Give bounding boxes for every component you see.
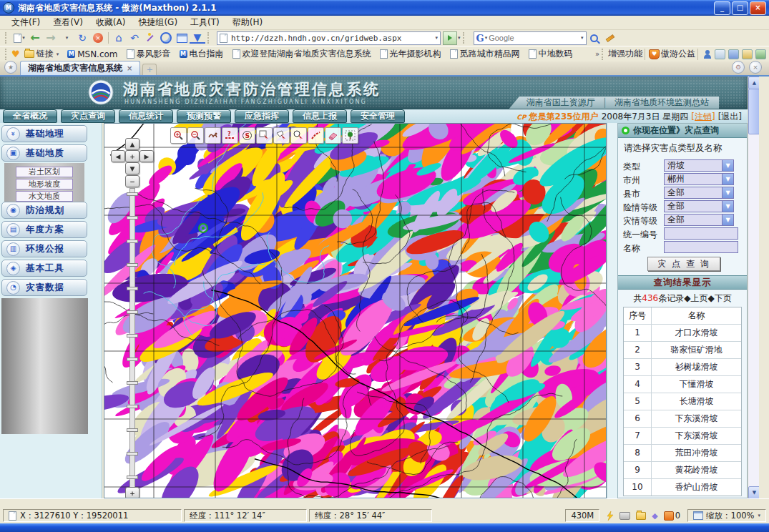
pan-center-button[interactable]: + [125, 150, 139, 162]
link-item[interactable]: 光年摄影机构 [376, 48, 446, 60]
nav-tab-disaster-query[interactable]: 灾点查询 [61, 109, 115, 123]
zoom-slider-tick[interactable] [127, 428, 138, 432]
home-icon[interactable]: ⌂ [111, 31, 127, 45]
new-tab-button[interactable]: + [142, 64, 157, 75]
go-dropdown-icon[interactable]: ▾ [458, 35, 461, 41]
zoom-control[interactable]: 缩放：100% ▾ [687, 509, 766, 522]
result-row[interactable]: 1才口水滑坡 [624, 325, 741, 342]
menu-tools[interactable]: 工具(T) [185, 15, 225, 30]
zoom-slider-plus-button[interactable]: + [125, 487, 139, 498]
window-tool-icon[interactable] [715, 49, 725, 59]
submenu-terrain-slope[interactable]: 地形坡度 [16, 179, 73, 189]
zoom-slider-track[interactable] [129, 188, 135, 496]
unified-id-input[interactable] [664, 227, 738, 240]
zoom-slider-tick[interactable] [127, 476, 138, 479]
sidebar-item-base-geography[interactable]: »基础地理 [1, 125, 87, 142]
menu-file[interactable]: 文件(F) [6, 15, 46, 30]
zoom-slider-tick[interactable] [127, 310, 138, 314]
url-input[interactable] [230, 33, 434, 44]
window-grid-icon[interactable] [174, 31, 190, 45]
select-circle-tool-icon[interactable] [290, 127, 307, 144]
plugins-tool-icon[interactable] [742, 49, 753, 59]
link-item[interactable]: 欢迎登陆湖南省地质灾害信息系统 [228, 48, 376, 60]
url-dropdown-icon[interactable]: ▾ [435, 35, 438, 41]
eraser-tool-icon[interactable] [325, 127, 341, 144]
search-input[interactable] [487, 33, 580, 43]
tab-close-icon[interactable]: × [127, 64, 132, 72]
select-feature-tool-icon[interactable] [342, 127, 358, 144]
link-item[interactable]: 暴风影音 [122, 48, 175, 60]
chevron-down-icon[interactable]: ▼ [722, 174, 733, 184]
minimize-button[interactable]: _ [714, 1, 730, 15]
sidebar-item-base-geology[interactable]: ▣基础地质 [1, 144, 87, 162]
folder-icon[interactable] [636, 512, 646, 520]
favorites-star-icon[interactable]: ★ [4, 61, 17, 74]
zoom-dropdown-icon[interactable]: ▾ [758, 513, 760, 518]
name-input[interactable] [664, 241, 738, 253]
measure-distance-tool-icon[interactable]: ? [222, 127, 238, 144]
title-bar[interactable]: M 湖南省地质灾害信息系统 - 傲游(Maxthon) 2.1.1 _ □ × [0, 0, 769, 16]
boost-lightning-icon[interactable] [607, 511, 614, 521]
result-row[interactable]: 9黄花岭滑坡 [624, 462, 741, 479]
nav-tab-forecast-warning[interactable]: 预测预警 [177, 109, 231, 123]
nav-tab-statistics[interactable]: 信息统计 [119, 109, 173, 123]
new-page-icon[interactable]: ▾ [11, 31, 27, 45]
next-page-link[interactable]: ◆下页 [707, 293, 731, 303]
nav-tab-info-report[interactable]: 信息上报 [293, 109, 347, 123]
stop-icon[interactable]: × [90, 31, 106, 45]
result-row[interactable]: 7下东溪滑坡 [624, 428, 741, 445]
menu-favorites[interactable]: 收藏(A) [90, 15, 132, 30]
zoom-slider-tick[interactable] [127, 263, 138, 267]
org-link-geo-monitoring[interactable]: 湖南省地质环境监测总站 [614, 97, 709, 109]
page-scrollbar[interactable]: ▲ ▼ [748, 77, 759, 498]
prev-page-link[interactable]: ◆上页 [684, 293, 707, 303]
chevron-down-icon[interactable]: ▼ [722, 201, 733, 212]
active-tab[interactable]: 湖南省地质灾害信息系统 × [20, 61, 140, 75]
pan-tool-icon[interactable] [205, 127, 221, 144]
link-msn[interactable]: MMSN.com [63, 49, 122, 59]
highlight-pen-icon[interactable] [602, 31, 618, 45]
quit-link[interactable]: [退出] [718, 111, 742, 123]
history-dropdown-icon[interactable]: ▾ [59, 31, 74, 45]
select-rectangle-tool-icon[interactable] [256, 127, 273, 144]
nav-tab-province-overview[interactable]: 全省概况 [3, 109, 57, 123]
nav-tab-security-admin[interactable]: 安全管理 [351, 109, 405, 123]
geological-map-canvas[interactable] [104, 124, 606, 498]
collector-tool-icon[interactable] [755, 49, 766, 59]
type-select[interactable]: 滑坡▼ [664, 159, 734, 172]
county-select[interactable]: 全部▼ [664, 187, 734, 199]
menu-view[interactable]: 查看(V) [47, 15, 89, 30]
forward-icon[interactable]: → [43, 31, 59, 45]
pan-left-button[interactable]: ◀ [111, 150, 125, 162]
maxthon-charity-link[interactable]: 傲游公益 [661, 48, 695, 60]
link-item[interactable]: 中地数码 [524, 48, 577, 60]
select-polygon-tool-icon[interactable] [273, 127, 290, 144]
chevron-down-icon[interactable]: ▼ [722, 215, 733, 225]
zoom-slider-tick[interactable] [127, 216, 138, 220]
undo-icon[interactable]: ↶ [127, 31, 142, 45]
draw-line-tool-icon[interactable] [308, 127, 324, 144]
submenu-hydrogeology[interactable]: 水文地质 [16, 191, 73, 202]
result-row[interactable]: 10香炉山滑坡 [624, 479, 741, 496]
printer-icon[interactable] [619, 512, 630, 520]
user-account-icon[interactable] [703, 50, 712, 59]
magic-wand-icon[interactable] [142, 31, 158, 45]
result-row[interactable]: 3衫树垅滑坡 [624, 359, 741, 376]
search-icon[interactable] [587, 31, 602, 45]
selected-point-marker[interactable] [198, 223, 208, 233]
refresh-icon[interactable]: ↻ [74, 31, 90, 45]
zoom-slider-tick[interactable] [127, 358, 138, 361]
nav-tab-emergency-command[interactable]: 应急指挥 [235, 109, 289, 123]
tab-tools-icon[interactable]: ⚙ [732, 61, 745, 74]
back-icon[interactable]: ← [27, 31, 43, 45]
tab-list-close-icon[interactable]: × [749, 61, 762, 74]
close-button[interactable]: × [750, 1, 766, 15]
zoom-slider-tick[interactable] [127, 287, 138, 290]
pages-tool-icon[interactable] [728, 49, 739, 59]
gesture-icon[interactable]: ◆ [652, 511, 657, 521]
map-viewport[interactable]: ? S ▲ ◀ + ▶ ▼ − + [104, 123, 607, 498]
menu-help[interactable]: 帮助(H) [227, 15, 268, 30]
zoom-slider-tick[interactable] [127, 405, 138, 408]
maximize-button[interactable]: □ [732, 1, 748, 15]
link-item[interactable]: 觅路城市精品网 [446, 48, 524, 60]
